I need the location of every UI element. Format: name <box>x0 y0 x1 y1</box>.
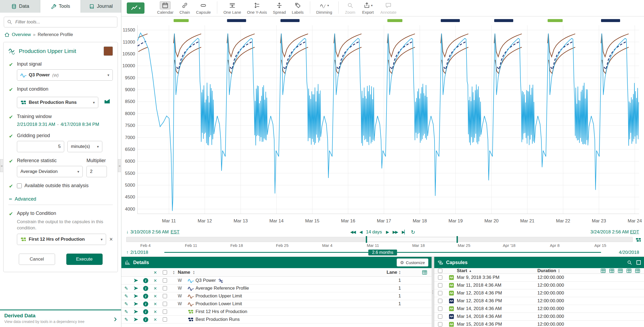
duration-column-header[interactable]: Duration <box>537 268 556 273</box>
item-name[interactable]: Q3 Power <box>196 278 375 283</box>
capsule-checkbox[interactable] <box>438 322 442 326</box>
item-name[interactable]: First 12 Hrs of Production <box>196 309 375 314</box>
apply-condition-select[interactable]: First 12 Hrs of Production ▾ <box>17 234 106 245</box>
view-condition-chart-button[interactable] <box>102 96 113 107</box>
duration-label[interactable]: 14 days <box>366 229 382 235</box>
capsule-table-row[interactable]: Mar 14, 2018 4:36 AM12:00:00.000 <box>434 313 644 321</box>
remove-icon[interactable]: × <box>154 301 157 307</box>
details-table-row[interactable]: ✎i×First 12 Hrs of Production <box>121 308 432 316</box>
sort-icon[interactable]: ▲▼ <box>173 270 175 275</box>
step-back-half-button[interactable]: ◀ <box>359 230 362 234</box>
edit-icon[interactable]: ✎ <box>124 294 128 299</box>
search-capsules-icon[interactable] <box>627 260 632 265</box>
advanced-toggle[interactable]: − Advanced <box>8 196 113 205</box>
maximize-panel-icon[interactable] <box>636 260 641 265</box>
display-range-start[interactable]: ↓ 3/10/2018 2:56 AM EST <box>126 229 242 235</box>
step-forward-full-button[interactable]: ▶▶ <box>393 230 398 234</box>
select-all-checkbox[interactable] <box>163 270 167 275</box>
capsule-checkbox[interactable] <box>438 291 442 295</box>
info-icon[interactable]: i <box>143 317 148 322</box>
details-table-row[interactable]: ✎i×WProduction Upper Limit1 <box>121 292 432 300</box>
investigate-range-end[interactable]: 4/20/2018 <box>619 250 639 255</box>
training-start-link[interactable]: 2/21/2018 3:31 AM <box>17 122 55 127</box>
display-range-end[interactable]: 3/24/2018 2:56 AM EDT <box>524 229 639 235</box>
collapse-left-edge-handle[interactable]: « <box>0 159 3 172</box>
multiplier-input[interactable] <box>86 166 107 177</box>
available-outside-checkbox[interactable] <box>17 183 22 188</box>
row-checkbox[interactable] <box>163 278 167 283</box>
edit-icon[interactable]: ✎ <box>124 286 128 291</box>
info-icon[interactable]: i <box>143 301 148 307</box>
remove-icon[interactable]: × <box>154 286 157 291</box>
info-icon[interactable]: i <box>143 286 148 291</box>
edit-icon[interactable]: ✎ <box>124 317 128 322</box>
item-name[interactable]: Production Upper Limit <box>196 293 375 299</box>
select-all-capsules-checkbox[interactable] <box>438 269 442 273</box>
one-y-axis-button[interactable]: One Y-Axis <box>244 1 270 15</box>
details-table-row[interactable]: ✎i×Best Production Runs <box>121 316 432 324</box>
timezone-label[interactable]: EDT <box>630 229 639 234</box>
remove-icon[interactable]: × <box>154 309 157 314</box>
details-table-row[interactable]: i×WQ3 Power1 <box>121 277 432 285</box>
export-button[interactable]: ▾Export <box>359 1 378 15</box>
step-forward-half-button[interactable]: ▶ <box>386 230 389 234</box>
item-name[interactable]: Average Reference Profile <box>196 286 375 291</box>
input-signal-select[interactable]: Q3 Power (W) ▾ <box>17 69 113 81</box>
trend-chart[interactable]: 4000450050005500600065007000750080008500… <box>121 16 644 228</box>
trend-view-button[interactable]: ▾ <box>127 2 144 14</box>
investigate-duration[interactable]: 2.6 months <box>368 250 397 255</box>
send-to-display-icon[interactable] <box>133 317 138 322</box>
send-to-display-icon[interactable] <box>133 309 138 314</box>
capsule-table-row[interactable]: Mar 12, 2018 4:36 PM12:00:00.000 <box>434 297 644 305</box>
row-checkbox[interactable] <box>163 302 167 306</box>
send-to-display-icon[interactable] <box>133 286 138 291</box>
details-table-row[interactable]: ✎i×WAverage Reference Profile1 <box>121 285 432 292</box>
remove-icon[interactable]: × <box>154 278 157 283</box>
send-to-display-icon[interactable] <box>133 301 138 306</box>
info-icon[interactable]: i <box>143 294 148 299</box>
row-checkbox[interactable] <box>163 317 167 322</box>
color-swatch-button[interactable] <box>104 47 113 56</box>
one-lane-button[interactable]: One Lane <box>220 1 244 15</box>
capsule-table-row[interactable]: Mar 11, 2018 4:36 AM12:00:00.000 <box>434 282 644 289</box>
training-end-link[interactable]: 4/17/2018 8:34 PM <box>60 122 99 127</box>
row-checkbox[interactable] <box>163 294 167 298</box>
spread-button[interactable]: Spread <box>270 1 289 15</box>
table-grid-icon[interactable] <box>618 268 623 273</box>
send-to-display-icon[interactable] <box>133 278 138 283</box>
table-grid-icon[interactable] <box>635 268 640 273</box>
home-icon[interactable] <box>4 32 10 37</box>
lane-column-header[interactable]: Lane <box>386 270 397 275</box>
labels-button[interactable]: Labels <box>289 1 306 15</box>
timeline-scrubber[interactable] <box>126 237 633 242</box>
step-to-end-button[interactable]: ▶▏ <box>402 230 407 234</box>
edit-icon[interactable]: ✎ <box>124 301 128 307</box>
remove-icon[interactable]: × <box>154 317 157 322</box>
item-name[interactable]: Best Production Runs <box>196 317 375 322</box>
execute-button[interactable]: Execute <box>66 254 103 265</box>
info-icon[interactable]: i <box>143 309 148 314</box>
table-grid-icon[interactable] <box>422 270 427 275</box>
capsule-table-row[interactable]: Mar 14, 2018 4:36 AM12:00:00.000 <box>434 305 644 313</box>
capsule-time-icon[interactable] <box>635 237 641 243</box>
remove-icon[interactable]: × <box>154 293 157 299</box>
collapse-sidebar-handle[interactable]: « <box>118 159 121 172</box>
table-grid-icon[interactable] <box>600 268 606 273</box>
dimming-button[interactable]: ▾Dimming <box>313 1 335 15</box>
capsule-checkbox[interactable] <box>438 283 442 287</box>
start-column-header[interactable]: Start <box>457 268 467 273</box>
info-icon[interactable]: i <box>143 278 148 283</box>
step-back-full-button[interactable]: ◀◀ <box>350 230 355 234</box>
panel-splitter[interactable]: ⋮ <box>432 257 434 327</box>
capsule-checkbox[interactable] <box>438 307 442 311</box>
capsule-checkbox[interactable] <box>438 275 442 280</box>
capsule-checkbox[interactable] <box>438 299 442 303</box>
customize-button[interactable]: ⚙ Customize <box>397 258 428 266</box>
window-start-handle[interactable] <box>366 236 367 243</box>
gridding-unit-select[interactable]: minute(s) ▾ <box>67 141 102 152</box>
chain-button[interactable]: Chain <box>176 1 193 15</box>
timezone-label[interactable]: EST <box>171 229 179 235</box>
gridding-period-input[interactable] <box>17 141 64 152</box>
cancel-button[interactable]: Cancel <box>19 254 55 265</box>
investigate-range-start[interactable]: ↑ 2/1/2018 <box>126 250 148 255</box>
